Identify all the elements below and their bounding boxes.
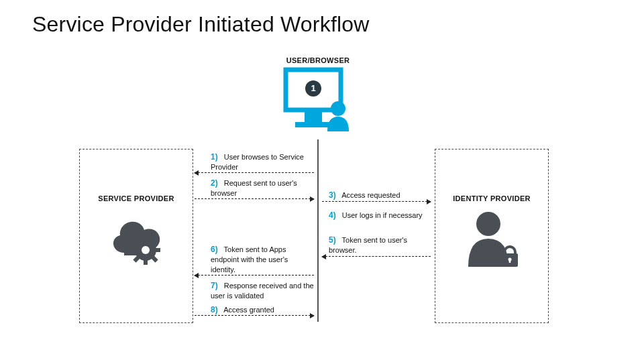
svg-point-10: [476, 212, 500, 236]
svg-rect-1: [144, 235, 148, 242]
step-2-text: Request sent to user's browser: [211, 179, 297, 197]
svg-point-9: [142, 246, 150, 254]
arrow-step-1: [195, 172, 314, 173]
step-3-num: 3): [329, 190, 336, 200]
step-5-text: Token sent to user's browser.: [329, 236, 407, 254]
arrow-step-8: [195, 315, 314, 316]
svg-rect-3: [131, 248, 138, 252]
service-provider-label: SERVICE PROVIDER: [79, 194, 193, 202]
step-5: 5) Token sent to user's browser.: [329, 235, 429, 255]
step-3: 3) Access requested: [329, 190, 429, 200]
badge-number: 1: [311, 83, 315, 93]
user-head-icon: [331, 101, 345, 116]
monitor-base-icon: [295, 122, 331, 127]
step-6: 6) Token sent to Apps endpoint with the …: [211, 244, 315, 275]
svg-rect-4: [154, 248, 160, 252]
arrow-step-3: [322, 201, 431, 202]
step-1-num: 1): [211, 152, 218, 162]
step-7: 7) Response received and the user is val…: [211, 280, 318, 301]
step-1: 1) User browses to Service Provider: [211, 152, 311, 172]
arrow-step-6: [195, 275, 314, 276]
svg-rect-13: [509, 259, 511, 263]
user-browser-label: USER/BROWSER: [271, 56, 365, 64]
step-8-num: 8): [211, 305, 218, 314]
step-4: 4) User logs in if necessary: [329, 210, 429, 221]
step-2: 2) Request sent to user's browser: [211, 178, 311, 198]
identity-provider-label: IDENTITY PROVIDER: [435, 194, 549, 202]
arrow-step-2: [195, 198, 314, 199]
page-title: Service Provider Initiated Workflow: [32, 12, 370, 37]
step-3-text: Access requested: [341, 191, 400, 199]
svg-rect-2: [144, 258, 148, 265]
monitor-neck-icon: [305, 110, 322, 122]
step-2-num: 2): [211, 178, 218, 188]
step-7-text: Response received and the user is valida…: [211, 282, 314, 300]
step-5-num: 5): [329, 235, 336, 245]
step-4-text: User logs in if necessary: [342, 211, 423, 219]
lock-icon: [502, 247, 518, 267]
step-7-num: 7): [211, 281, 218, 290]
cloud-gear-icon: [104, 211, 171, 272]
step-8: 8) Access granted: [211, 304, 311, 315]
user-body-icon: [327, 117, 349, 131]
step-4-num: 4): [329, 210, 336, 220]
monitor-user-icon: 1: [282, 67, 356, 134]
step-6-num: 6): [211, 245, 218, 254]
step-6-text: Token sent to Apps endpoint with the use…: [211, 245, 288, 274]
person-lock-icon: [463, 208, 523, 275]
step-1-text: User browses to Service Provider: [211, 153, 304, 171]
arrow-step-5: [322, 256, 431, 257]
step-8-text: Access granted: [223, 306, 274, 314]
